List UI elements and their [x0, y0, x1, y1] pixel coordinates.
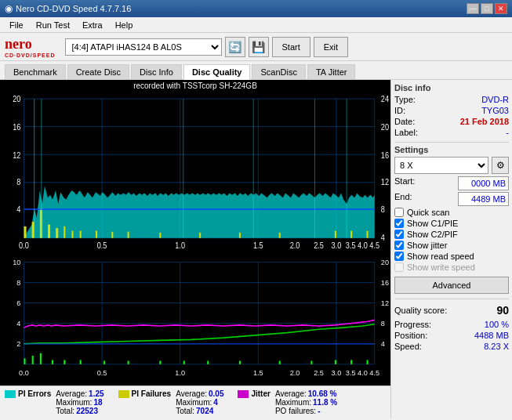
po-failures-label: PO failures:	[275, 407, 316, 415]
tab-ta-jitter[interactable]: TA Jitter	[307, 64, 356, 79]
start-row: Start:	[394, 176, 509, 190]
svg-text:4: 4	[16, 205, 21, 214]
close-button[interactable]: ✕	[495, 3, 507, 14]
svg-rect-96	[32, 356, 34, 364]
right-panel: Disc info Type: DVD-R ID: TYG03 Date: 21…	[390, 80, 512, 418]
disc-date-label: Date:	[394, 117, 415, 126]
svg-rect-101	[103, 360, 105, 364]
svg-rect-100	[80, 360, 82, 364]
jitter-legend: Jitter Average:10.68 % Maximum:11.8 % PO…	[238, 389, 337, 415]
svg-rect-103	[159, 360, 161, 364]
menu-help[interactable]: Help	[109, 19, 140, 31]
show-c2pif-checkbox[interactable]	[394, 230, 404, 239]
svg-text:1.5: 1.5	[253, 368, 263, 377]
svg-rect-62	[24, 262, 374, 364]
jitter-avg-label: Average:	[275, 389, 307, 398]
show-c1pie-checkbox[interactable]	[394, 219, 404, 228]
svg-rect-42	[71, 231, 73, 238]
svg-rect-109	[335, 360, 336, 364]
svg-text:1.0: 1.0	[175, 241, 185, 251]
start-label: Start:	[394, 176, 415, 190]
main-content: recorded with TSSTcorp SH-224GB	[0, 80, 512, 418]
svg-text:4: 4	[381, 339, 385, 348]
tab-scandisc[interactable]: ScanDisc	[252, 64, 305, 79]
jitter-color	[238, 390, 249, 398]
menu-run-test[interactable]: Run Test	[30, 19, 76, 31]
end-input[interactable]	[458, 192, 509, 206]
show-c2pif-label: Show C2/PIF	[407, 230, 458, 239]
position-row: Position: 4488 MB	[394, 331, 509, 340]
bottom-chart: 10 8 6 4 2 20 16 12 8 4 0.0 0.5 1.0 1.5 …	[0, 258, 390, 386]
svg-rect-105	[207, 360, 209, 364]
svg-rect-104	[183, 360, 185, 364]
refresh-icon-btn[interactable]: 🔄	[225, 37, 245, 57]
pi-errors-legend: PI Errors Average:1.25 Maximum:18 Total:…	[5, 389, 104, 415]
speed-value: 8.23 X	[484, 342, 509, 351]
save-icon-btn[interactable]: 💾	[249, 37, 269, 57]
svg-text:1.5: 1.5	[253, 241, 263, 251]
disc-type-label: Type:	[394, 95, 416, 104]
pi-avg-label: Average:	[56, 389, 87, 398]
svg-text:8: 8	[16, 277, 20, 286]
tab-disc-info[interactable]: Disc Info	[131, 64, 182, 79]
svg-rect-39	[48, 225, 50, 238]
show-c1pie-label: Show C1/PIE	[407, 219, 458, 228]
svg-rect-45	[111, 232, 113, 238]
svg-rect-111	[367, 360, 369, 364]
nero-subtitle: CD·DVD/SPEED	[5, 52, 56, 58]
menu-file[interactable]: File	[3, 19, 30, 31]
pi-failures-color	[118, 390, 129, 398]
pi-avg-value: 1.25	[89, 389, 103, 398]
svg-rect-47	[159, 233, 161, 238]
maximize-button[interactable]: □	[481, 3, 493, 14]
start-button[interactable]: Start	[272, 37, 310, 57]
pi-failures-legend: PI Failures Average:0.05 Maximum:4 Total…	[118, 389, 224, 415]
quality-score-label: Quality score:	[394, 306, 447, 315]
toolbar: nero CD·DVD/SPEED [4:4] ATAPI iHAS124 B …	[0, 33, 512, 61]
svg-rect-48	[199, 233, 201, 238]
tab-create-disc[interactable]: Create Disc	[67, 64, 129, 79]
show-read-speed-label: Show read speed	[407, 252, 474, 261]
titlebar-left: ◉ Nero CD-DVD Speed 4.7.7.16	[5, 3, 131, 14]
progress-row: Progress: 100 %	[394, 320, 509, 329]
svg-rect-106	[239, 360, 241, 364]
svg-rect-107	[279, 360, 281, 364]
show-write-speed-checkbox	[394, 262, 404, 272]
pif-total-value: 7024	[196, 407, 213, 415]
show-read-speed-checkbox[interactable]	[394, 252, 404, 261]
pi-max-value: 18	[93, 398, 102, 407]
bottom-chart-svg: 10 8 6 4 2 20 16 12 8 4 0.0 0.5 1.0 1.5 …	[0, 258, 390, 386]
tab-disc-quality[interactable]: Disc Quality	[183, 64, 251, 80]
disc-label-label: Label:	[394, 128, 418, 137]
start-input[interactable]	[458, 176, 509, 190]
speed-row: 8 X ⚙	[394, 157, 509, 174]
svg-text:12: 12	[381, 299, 389, 307]
pif-max-value: 4	[213, 398, 218, 407]
svg-rect-36	[24, 226, 26, 238]
svg-rect-53	[367, 231, 369, 238]
speed-select[interactable]: 8 X	[394, 157, 488, 174]
speed-label: Speed:	[394, 342, 422, 351]
settings-icon-btn[interactable]: ⚙	[492, 157, 509, 174]
svg-text:4: 4	[381, 234, 386, 243]
quick-scan-checkbox[interactable]	[394, 208, 404, 217]
exit-button[interactable]: Exit	[314, 37, 348, 57]
disc-type-value: DVD-R	[481, 95, 509, 104]
show-write-speed-row: Show write speed	[394, 262, 509, 272]
minimize-button[interactable]: —	[467, 3, 479, 14]
jitter-avg-value: 10.68 %	[308, 389, 337, 398]
svg-rect-97	[40, 353, 42, 364]
settings-title: Settings	[394, 145, 509, 154]
svg-text:3.5: 3.5	[346, 368, 356, 377]
svg-text:2.0: 2.0	[290, 368, 300, 377]
menu-extra[interactable]: Extra	[76, 19, 109, 31]
pif-max-label: Maximum:	[176, 398, 212, 407]
show-jitter-checkbox[interactable]	[394, 241, 404, 250]
tab-benchmark[interactable]: Benchmark	[5, 64, 66, 79]
svg-text:2: 2	[16, 339, 20, 348]
jitter-title: Jitter	[251, 389, 270, 398]
chart-title: recorded with TSSTcorp SH-224GB	[0, 80, 390, 92]
top-chart: 20 16 12 8 4 24 20 16 12 8 4 0.0 0.5 1.0…	[0, 92, 390, 258]
device-select[interactable]: [4:4] ATAPI iHAS124 B AL0S	[65, 38, 222, 56]
advanced-button[interactable]: Advanced	[394, 277, 509, 294]
